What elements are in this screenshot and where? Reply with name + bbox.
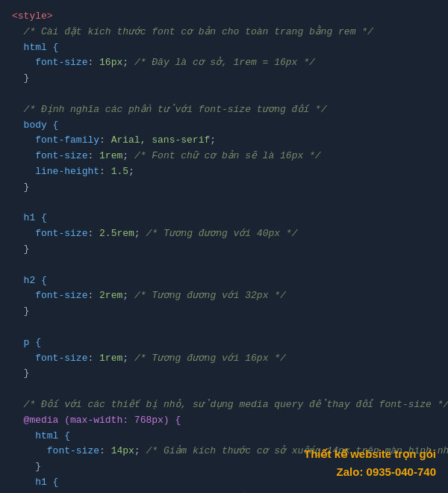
code-line: font-size: 2rem; /* Tương đương với 32px… (12, 288, 436, 304)
code-line (12, 258, 436, 273)
code-line: } (12, 304, 436, 320)
code-line: p { (12, 335, 436, 351)
watermark-line2: Zalo: 0935-040-740 (304, 463, 436, 481)
code-line: /* Cài đặt kích thước font cơ bản cho to… (12, 25, 436, 40)
code-line: font-size: 2.5rem; /* Tương đương với 40… (12, 226, 436, 242)
watermark-line1: Thiết kế website trọn gói (304, 445, 436, 463)
code-line (12, 320, 436, 335)
code-editor: <style> /* Cài đặt kích thước font cơ bả… (0, 0, 448, 493)
code-line: } (12, 180, 436, 196)
code-line: <style> (12, 9, 436, 25)
code-line: html { (12, 429, 436, 444)
code-line: font-size: 16px; /* Đây là cơ sở, 1rem =… (12, 55, 436, 71)
code-line: html { (12, 40, 436, 56)
code-content: <style> /* Cài đặt kích thước font cơ bả… (12, 9, 436, 493)
code-line: h1 { (12, 211, 436, 226)
code-line (12, 382, 436, 397)
code-line: } (12, 242, 436, 258)
code-line: /* Định nghĩa các phần tử với font-size … (12, 102, 436, 118)
code-line: @media (max-width: 768px) { (12, 413, 436, 429)
code-line: } (12, 366, 436, 382)
code-line: } (12, 71, 436, 87)
code-line: h2 { (12, 273, 436, 289)
code-line: font-family: Arial, sans-serif; (12, 133, 436, 149)
code-line: body { (12, 118, 436, 134)
watermark: Thiết kế website trọn gói Zalo: 0935-040… (304, 445, 436, 481)
code-line: line-height: 1.5; (12, 164, 436, 180)
code-line: font-size: 1rem; /* Font chữ cơ bản sẽ l… (12, 149, 436, 164)
code-line: font-size: 1rem; /* Tương đương với 16px… (12, 351, 436, 367)
code-line: /* Đối với các thiết bị nhỏ, sử dụng med… (12, 397, 436, 413)
code-line (12, 196, 436, 211)
code-line (12, 87, 436, 102)
